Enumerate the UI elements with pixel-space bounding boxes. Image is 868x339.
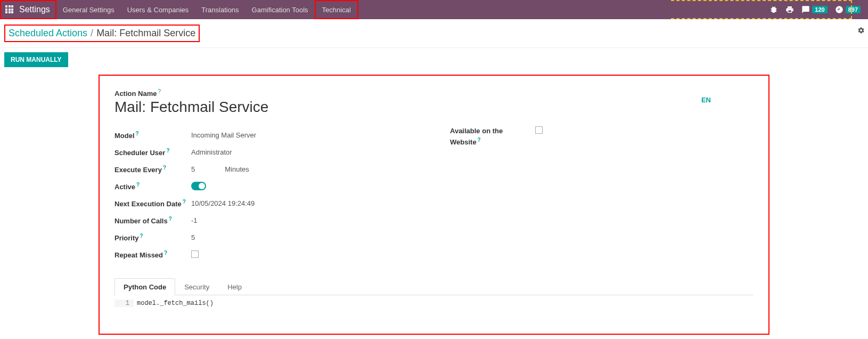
help-icon[interactable]: ? <box>136 131 139 136</box>
messages-group[interactable]: 120 <box>801 5 827 14</box>
breadcrumb: Scheduled Actions / Mail: Fetchmail Serv… <box>4 25 200 42</box>
scheduler-user-value[interactable]: Administrator <box>191 148 232 156</box>
tabs: Python Code Security Help <box>114 278 754 295</box>
code-editor[interactable]: 1 model._fetch_mails() <box>114 300 754 307</box>
scheduler-user-label: Scheduler User? <box>114 148 191 157</box>
help-icon[interactable]: ? <box>478 137 481 143</box>
repeat-missed-checkbox[interactable] <box>191 251 199 258</box>
nav-right: 120 897 <box>769 0 868 19</box>
active-toggle[interactable] <box>191 182 206 190</box>
line-number: 1 <box>114 300 134 307</box>
nav-brand[interactable]: Settings <box>0 0 56 19</box>
nav-item-users-companies[interactable]: Users & Companies <box>121 0 195 19</box>
language-button[interactable]: EN <box>701 96 711 104</box>
action-bar: RUN MANUALLY <box>0 48 868 75</box>
breadcrumb-parent[interactable]: Scheduled Actions <box>9 28 87 39</box>
action-title[interactable]: Mail: Fetchmail Service <box>114 99 268 116</box>
help-icon[interactable]: ? <box>136 182 140 188</box>
priority-label: Priority? <box>114 233 191 242</box>
messages-badge: 120 <box>812 6 827 13</box>
nav-item-general-settings[interactable]: General Settings <box>56 0 121 19</box>
print-icon[interactable] <box>785 5 794 14</box>
help-icon[interactable]: ? <box>163 165 166 171</box>
clock-icon <box>835 5 844 14</box>
next-exec-label: Next Execution Date? <box>114 199 191 208</box>
help-icon[interactable]: ? <box>169 216 172 222</box>
available-website-checkbox[interactable] <box>535 126 543 134</box>
execute-every-value[interactable]: 5 Minutes <box>191 165 249 173</box>
breadcrumb-current: Mail: Fetchmail Service <box>96 28 195 39</box>
active-label: Active? <box>114 182 191 191</box>
model-label: Model? <box>114 131 191 140</box>
calls-label: Number of Calls? <box>114 216 191 225</box>
left-column: Model? Incoming Mail Server Scheduler Us… <box>114 126 418 263</box>
tab-security[interactable]: Security <box>175 278 218 295</box>
help-icon[interactable]: ? <box>158 88 161 94</box>
help-icon[interactable]: ? <box>164 250 167 256</box>
activities-group[interactable]: 897 <box>835 5 861 14</box>
calls-value[interactable]: -1 <box>191 216 198 224</box>
nav-item-technical[interactable]: Technical <box>315 0 358 19</box>
execute-every-unit[interactable]: Minutes <box>225 165 249 173</box>
repeat-missed-label: Repeat Missed? <box>114 250 191 259</box>
priority-value[interactable]: 5 <box>191 233 195 241</box>
help-icon[interactable]: ? <box>183 199 186 205</box>
nav-menu: General Settings Users & Companies Trans… <box>56 0 358 19</box>
right-column: Available on the Website? <box>450 126 754 263</box>
gear-icon[interactable] <box>857 27 865 36</box>
breadcrumb-separator: / <box>91 28 93 39</box>
action-name-label: Action Name? <box>114 88 268 98</box>
tab-python-code[interactable]: Python Code <box>114 278 175 295</box>
help-icon[interactable]: ? <box>140 233 143 239</box>
form-sheet: Action Name? Mail: Fetchmail Service EN … <box>99 75 769 335</box>
tab-help[interactable]: Help <box>218 278 251 295</box>
apps-icon <box>5 5 14 14</box>
model-value[interactable]: Incoming Mail Server <box>191 131 256 139</box>
run-manually-button[interactable]: RUN MANUALLY <box>4 52 68 67</box>
bug-icon[interactable] <box>769 5 778 14</box>
help-icon[interactable]: ? <box>166 148 169 154</box>
execute-every-label: Execute Every? <box>114 165 191 174</box>
available-website-label: Available on the Website? <box>450 126 535 147</box>
messages-icon <box>801 5 810 14</box>
next-exec-value[interactable]: 10/05/2024 19:24:49 <box>191 199 255 207</box>
breadcrumb-bar: Scheduled Actions / Mail: Fetchmail Serv… <box>0 19 868 48</box>
nav-item-gamification[interactable]: Gamification Tools <box>245 0 315 19</box>
brand-text: Settings <box>19 5 50 14</box>
activities-badge: 897 <box>846 6 861 13</box>
nav-item-translations[interactable]: Translations <box>195 0 245 19</box>
code-content[interactable]: model._fetch_mails() <box>134 300 214 307</box>
top-navbar: Settings General Settings Users & Compan… <box>0 0 868 19</box>
